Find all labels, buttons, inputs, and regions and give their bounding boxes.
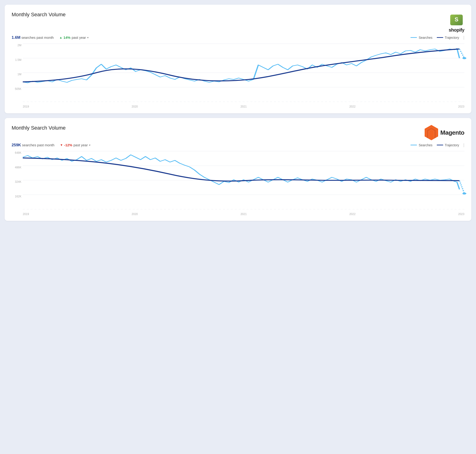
x-label-2020: 2020 <box>132 105 138 109</box>
shopify-header: Monthly Search Volume S shopify <box>12 12 464 33</box>
magento-searches-line-indicator <box>410 145 417 145</box>
magento-search-label: searches past month <box>22 143 55 147</box>
shopify-brand: S shopify <box>449 12 464 33</box>
y-label-15m: 1.5M <box>15 58 23 61</box>
magento-x-axis: 2019 2020 2021 2022 2023 <box>23 209 464 216</box>
shopify-legend-sep: | <box>463 35 464 40</box>
shopify-search-label: searches past month <box>21 36 54 39</box>
magento-y-axis: 648K 486K 324K 162K <box>12 151 23 209</box>
y-label-2m: 2M <box>17 44 23 47</box>
y-label-324k: 324K <box>15 180 23 183</box>
shopify-stats-row: 1.6M searches past month ▲ 14% past year… <box>12 35 464 40</box>
mx-label-2020: 2020 <box>132 212 138 216</box>
mx-label-2022: 2022 <box>349 212 356 216</box>
shopify-search-value: 1.6M <box>12 35 20 40</box>
y-label-486k: 486K <box>15 166 23 169</box>
svg-point-8 <box>462 57 467 59</box>
shopify-icon: S <box>449 12 464 26</box>
shopify-search-stat: 1.6M searches past month <box>12 35 54 40</box>
x-label-2019: 2019 <box>23 105 29 109</box>
shopify-chart-title: Monthly Search Volume <box>12 12 66 18</box>
magento-legend-trajectory-label: Trajectory <box>445 143 459 147</box>
magento-brand-label: Magento <box>440 129 464 136</box>
shopify-card: Monthly Search Volume S shopify 1.6M sea… <box>5 5 471 113</box>
shopify-trend-label: past year <box>72 36 86 39</box>
y-label-648k: 648K <box>15 151 23 154</box>
magento-searches-line <box>23 155 460 189</box>
shopify-searches-line <box>23 49 460 83</box>
mx-label-2019: 2019 <box>23 212 29 216</box>
magento-legend-searches-label: Searches <box>419 143 432 147</box>
shopify-chart-area: 2M 1.5M 1M 505K <box>12 44 464 109</box>
magento-trend-chevron[interactable]: ▾ <box>89 144 90 147</box>
magento-title-wrap: Monthly Search Volume <box>12 125 66 131</box>
shopify-brand-label: shopify <box>449 27 464 33</box>
shopify-legend-trajectory: Trajectory <box>437 36 459 39</box>
shopify-trend-value: 14% <box>63 36 70 39</box>
shopify-legend-searches-label: Searches <box>419 36 432 39</box>
x-label-2021: 2021 <box>241 105 247 109</box>
magento-trend-arrow: ▼ <box>60 143 63 147</box>
magento-stats-row: 259K searches past month ▼ -12% past yea… <box>12 143 464 147</box>
svg-line-14 <box>460 181 464 193</box>
magento-icon <box>425 125 438 140</box>
shopify-trend-chevron[interactable]: ▾ <box>87 36 89 39</box>
magento-chart-inner <box>23 151 464 209</box>
mx-label-2023: 2023 <box>458 212 464 216</box>
magento-search-value: 259K <box>12 143 21 147</box>
magento-trend-value: -12% <box>64 143 72 147</box>
magento-chart-area: 648K 486K 324K 162K <box>12 151 464 216</box>
magento-brand: Magento <box>425 125 464 140</box>
shopify-trend: ▲ 14% past year ▾ <box>59 36 89 39</box>
shopify-legend-trajectory-label: Trajectory <box>445 36 459 39</box>
shopify-svg <box>23 44 464 102</box>
magento-card: Monthly Search Volume Magento 259K searc… <box>5 118 471 221</box>
svg-text:S: S <box>455 16 458 23</box>
svg-line-7 <box>460 49 464 58</box>
shopify-x-axis: 2019 2020 2021 2022 2023 <box>23 102 464 109</box>
magento-chart-title: Monthly Search Volume <box>12 125 66 131</box>
searches-line-indicator <box>410 37 417 38</box>
magento-header: Monthly Search Volume Magento <box>12 125 464 140</box>
shopify-legend: Searches Trajectory | <box>410 35 464 40</box>
magento-svg <box>23 151 464 209</box>
svg-point-15 <box>462 193 467 194</box>
shopify-title: Monthly Search Volume <box>12 12 66 18</box>
x-label-2022: 2022 <box>349 105 356 109</box>
y-label-1m: 1M <box>17 73 23 76</box>
magento-legend: Searches Trajectory | <box>410 143 464 147</box>
magento-trajectory-line-indicator <box>437 145 443 145</box>
magento-trend-label: past year <box>73 143 88 147</box>
y-label-505k: 505K <box>15 87 23 91</box>
magento-search-stat: 259K searches past month <box>12 143 55 147</box>
magento-legend-sep: | <box>463 143 464 147</box>
mx-label-2021: 2021 <box>241 212 247 216</box>
shopify-trend-arrow: ▲ <box>59 36 62 39</box>
shopify-chart-inner <box>23 44 464 102</box>
shopify-trajectory-line <box>23 49 460 82</box>
trajectory-line-indicator <box>437 37 443 38</box>
x-label-2023: 2023 <box>458 105 464 109</box>
y-label-162k: 162K <box>15 195 23 198</box>
magento-trend: ▼ -12% past year ▾ <box>60 143 90 147</box>
magento-legend-searches: Searches <box>410 143 432 147</box>
magento-legend-trajectory: Trajectory <box>437 143 459 147</box>
shopify-legend-searches: Searches <box>410 36 432 39</box>
shopify-y-axis: 2M 1.5M 1M 505K <box>12 44 23 102</box>
magento-trajectory-line <box>23 158 460 181</box>
